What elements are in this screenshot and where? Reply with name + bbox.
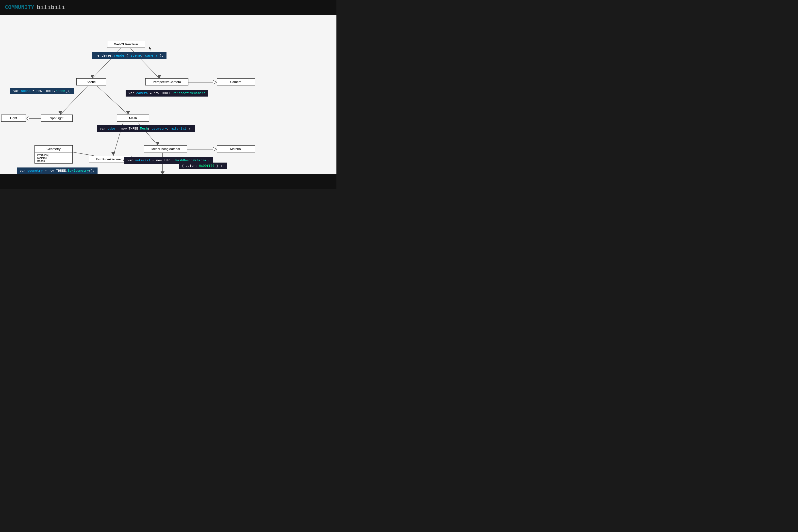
scene-new-code: var scene = new THREE.Scene(); [10,88,74,94]
mesh-new-code: var cube = new THREE.Mesh( geometry, mat… [97,125,195,132]
meshphong-material-label: MeshPhongMaterial [144,146,187,152]
mesh-box: Mesh [117,115,149,122]
svg-marker-9 [126,111,130,115]
camera-box: Camera [217,78,255,86]
light-box: Light [1,115,26,122]
svg-marker-15 [156,142,159,145]
camera-new-code: var camera = new THREE.PerspectiveCamera [126,90,208,97]
code-camera-param: camera [145,54,157,58]
mesh-label: Mesh [117,115,149,121]
geometry-box: Geometry +vertices[] +colors[] +faces[] [35,145,73,164]
bilibili-logo: bilibili [37,4,65,11]
code-renderer: renderer [95,54,112,58]
camera-label: Camera [217,79,255,85]
diagram-area: WebGLRenderer Scene PerspectiveCamera Ca… [0,15,337,174]
webgl-renderer-label: WebGLRenderer [108,41,145,48]
geometry-label: Geometry [35,146,72,152]
main-content: WebGLRenderer Scene PerspectiveCamera Ca… [0,15,337,174]
geometry-attr-3: +faces[] [37,159,71,162]
svg-marker-1 [90,75,94,78]
material-box: Material [217,145,255,152]
material-label: Material [217,146,255,152]
svg-marker-5 [213,80,217,84]
community-logo: COMMUNITY [5,4,34,11]
material-new-code-2: { color: 0x00ff00 } ); [179,163,227,169]
code-scene-param: scene [131,54,141,58]
renderer-render-code: renderer.render( scene, camera ); [92,52,167,59]
top-bar: COMMUNITY bilibili [0,0,337,15]
spotlight-label: SpotLight [41,115,72,121]
light-label: Light [1,115,25,121]
meshphong-material-box: MeshPhongMaterial [144,145,187,152]
svg-marker-3 [157,75,161,78]
svg-line-8 [97,86,128,115]
geometry-new-code: var geometry = new THREE.BoxGeometry(); [17,168,97,174]
geometry-body: +vertices[] +colors[] +faces[] [35,152,72,163]
geometry-attr-2: +colors[] [37,156,71,159]
svg-marker-7 [58,111,62,115]
scene-label: Scene [77,79,106,85]
perspective-camera-label: PerspectiveCamera [146,79,188,85]
svg-marker-21 [160,171,165,174]
code-render-method: render [114,54,126,58]
mouse-cursor [149,46,152,51]
svg-marker-11 [26,116,29,120]
svg-marker-19 [213,147,217,151]
bottom-bar [0,174,337,189]
geometry-attr-1: +vertices[] [37,153,71,156]
perspective-camera-box: PerspectiveCamera [145,78,188,86]
svg-marker-13 [111,152,115,156]
webgl-renderer-box: WebGLRenderer [107,41,145,48]
spotlight-box: SpotLight [41,115,73,122]
svg-line-16 [69,151,94,156]
scene-box: Scene [76,78,106,86]
